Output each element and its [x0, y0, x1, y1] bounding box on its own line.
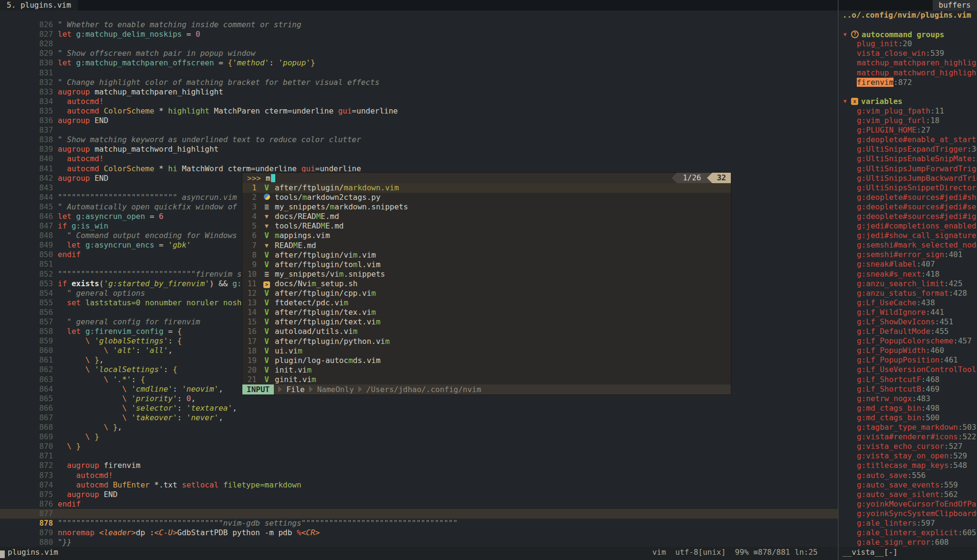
tag-item[interactable]: g:UltiSnipsJumpBackwardTrigg — [839, 174, 977, 183]
tag-item[interactable]: g:netrw_nogx:483 — [839, 394, 977, 404]
tag-item[interactable]: g:deoplete#enable_at_startup — [839, 135, 977, 145]
fuzzy-result-item[interactable]: 18 V ui.vim — [242, 346, 731, 356]
fuzzy-result-item[interactable]: 21 V ginit.vim — [242, 375, 731, 384]
tag-item[interactable]: g:anzu_status_format:428 — [839, 289, 977, 298]
editor-line[interactable]: 832" Change highlight color of matching … — [0, 68, 838, 78]
tag-item[interactable]: g:PLUGIN_HOME:27 — [839, 125, 977, 135]
tag-item[interactable]: g:auto_save:556 — [839, 471, 977, 480]
tag-item[interactable]: matchup_matchword_highlight: — [839, 68, 977, 78]
fuzzy-result-item[interactable]: 15 V after/ftplugin/text.vim — [242, 317, 731, 327]
tag-item[interactable]: g:md_ctags_bin:500 — [839, 413, 977, 423]
editor-line[interactable]: 826" Whether to enable matching inside c… — [0, 10, 838, 20]
tag-item[interactable]: matchup_matchparen_highlight — [839, 58, 977, 68]
tab-buffers[interactable]: buffers — [933, 0, 977, 10]
fuzzy-result-item[interactable]: 6 V mappings.vim — [242, 231, 731, 240]
editor-line[interactable]: 841 autocmd ColorScheme * hi MatchWord c… — [0, 154, 838, 164]
fuzzy-result-item[interactable]: 16 V autoload/utils.vim — [242, 327, 731, 336]
editor-line[interactable]: 878""""""""""""""""""""""""""""""""""""n… — [0, 509, 838, 519]
tag-item[interactable]: g:Lf_WildIgnore:441 — [839, 308, 977, 317]
tag-line-number: :461 — [939, 355, 958, 364]
tag-item[interactable]: g:UltiSnipsJumpForwardTrigge — [839, 164, 977, 174]
tag-item[interactable]: g:Lf_PopupColorscheme:457 — [839, 336, 977, 346]
tag-item[interactable]: g:Lf_ShowDevIcons:451 — [839, 317, 977, 327]
editor-line[interactable]: 871 — [0, 442, 838, 451]
fuzzy-prompt-row[interactable]: >>> m 1/26 32 — [242, 173, 731, 183]
fuzzy-result-item[interactable]: 17 V after/ftplugin/python.vim — [242, 337, 731, 346]
tag-item[interactable]: g:Lf_ShortcutF:468 — [839, 375, 977, 384]
tag-item[interactable]: g:yoinkSyncSystemClipboardOn — [839, 509, 977, 519]
editor-line[interactable]: 835 autocmd ColorScheme * highlight Matc… — [0, 97, 838, 106]
fuzzy-result-item[interactable]: 2 tools/markdown2ctags.py — [242, 193, 731, 202]
search-input[interactable]: m — [266, 174, 270, 183]
tag-item[interactable]: g:semshi#mark_selected_nodes — [839, 240, 977, 250]
fuzzy-result-item[interactable]: 8 V after/ftplugin/vim.vim — [242, 250, 731, 260]
fuzzy-result-item[interactable]: 11 > docs/Nvim_setup.sh — [242, 279, 731, 289]
editor-line[interactable]: 881"} — [0, 538, 838, 547]
tag-item[interactable]: g:Lf_PopupPosition:461 — [839, 355, 977, 365]
tag-item[interactable]: g:vista#renderer#icons:522 — [839, 432, 977, 442]
tag-item[interactable]: plug_init:20 — [839, 39, 977, 49]
tag-item[interactable]: g:vim_plug_furl:18 — [839, 116, 977, 125]
fuzzy-result-item[interactable]: 10 ≡ my_snippets/vim.snippets — [242, 270, 731, 279]
tag-item[interactable]: g:auto_save_events:559 — [839, 480, 977, 490]
tag-item[interactable]: g:ale_linters:597 — [839, 519, 977, 528]
fuzzy-result-item[interactable]: 14 V after/ftplugin/tex.vim — [242, 308, 731, 317]
code-text: endif — [58, 499, 81, 508]
editor-line[interactable]: 874 autocmd BufEnter *.txt setlocal file… — [0, 471, 838, 480]
tag-item[interactable]: g:Lf_UseCache:438 — [839, 298, 977, 308]
tag-item[interactable]: g:UltiSnipsEnableSnipMate:36 — [839, 154, 977, 164]
editor-line[interactable]: 872 augroup firenvim — [0, 451, 838, 461]
fuzzy-result-item[interactable]: 13 V ftdetect/pdc.vim — [242, 298, 731, 308]
tag-item[interactable]: g:vim_plug_fpath:11 — [839, 106, 977, 116]
fuzzy-result-item[interactable]: 3 ≡ my_snippets/markdown.snippets — [242, 202, 731, 212]
tag-item[interactable]: g:titlecase_map_keys:548 — [839, 461, 977, 470]
tag-item[interactable]: g:semshi#error_sign:401 — [839, 250, 977, 259]
tag-item[interactable]: g:deoplete#sources#jedi#serv — [839, 202, 977, 212]
editor-line[interactable]: 869 \ } — [0, 423, 838, 432]
editor-line[interactable]: 837 — [0, 116, 838, 125]
tag-item[interactable]: g:anzu_search_limit:425 — [839, 279, 977, 289]
fuzzy-result-item[interactable]: 9 V after/ftplugin/toml.vim — [242, 260, 731, 270]
tag-item[interactable]: firenvim:872 — [839, 78, 977, 87]
tag-item[interactable]: g:ale_linters_explicit:605 — [839, 528, 977, 538]
tag-item[interactable]: g:sneak#label:407 — [839, 259, 977, 269]
tag-item[interactable]: g:ale_sign_error:608 — [839, 538, 977, 547]
section-variables[interactable]: ▼ x variables — [839, 97, 977, 106]
tab-plugins-vim[interactable]: 5. plugins.vim — [0, 0, 78, 10]
fuzzy-result-item[interactable]: 4 ▼ docs/README.md — [242, 212, 731, 221]
tag-item[interactable]: g:vista_echo_cursor:527 — [839, 442, 977, 451]
editor-line[interactable]: 829" Show offscreen match pair in popup … — [0, 39, 838, 49]
section-autocommand-groups[interactable]: ▼ ? autocommand groups — [839, 30, 977, 39]
tag-item[interactable]: vista_close_win:539 — [839, 49, 977, 58]
tag-item[interactable]: g:jedi#completions_enabled:3 — [839, 221, 977, 231]
tag-item[interactable]: g:vista_stay_on_open:529 — [839, 451, 977, 461]
tag-item[interactable]: g:auto_save_silent:562 — [839, 490, 977, 499]
editor-line[interactable]: 838" Show matching keyword as underlined… — [0, 125, 838, 135]
tag-item[interactable]: g:Lf_UseVersionControlTool:4 — [839, 365, 977, 374]
tag-item[interactable]: g:UltiSnipsSnippetDirectorie — [839, 183, 977, 193]
editor-line[interactable]: 876endif — [0, 490, 838, 499]
tag-item[interactable]: g:deoplete#sources#jedi#show — [839, 193, 977, 202]
tag-item[interactable]: g:md_ctags_bin:498 — [839, 404, 977, 413]
tag-item[interactable]: g:tagbar_type_markdown:503 — [839, 423, 977, 432]
tag-name: g:vista#renderer#icons — [857, 432, 958, 441]
line-number: 844 — [37, 193, 53, 202]
fuzzy-result-item[interactable]: 20 V init.vim — [242, 365, 731, 375]
tag-item[interactable]: g:yoinkMoveCursorToEndOfPast — [839, 499, 977, 509]
fuzzy-result-item[interactable]: 19 V plugin/log-autocmds.vim — [242, 356, 731, 365]
fuzzy-result-item[interactable]: 1 V after/ftplugin/markdown.vim — [242, 183, 731, 193]
tag-item[interactable]: g:Lf_PopupWidth:460 — [839, 346, 977, 355]
editor-line[interactable]: 877 — [0, 499, 838, 509]
tag-item[interactable]: g:sneak#s_next:418 — [839, 270, 977, 279]
filetype-icon: V — [262, 231, 271, 240]
tag-item[interactable]: g:deoplete#sources#jedi#igno — [839, 212, 977, 221]
tag-item[interactable]: g:Lf_ShortcutB:469 — [839, 384, 977, 394]
fuzzy-result-item[interactable]: 12 V after/ftplugin/cpp.vim — [242, 289, 731, 298]
tag-item[interactable]: g:Lf_DefaultMode:455 — [839, 327, 977, 336]
tag-item[interactable]: g:jedi#show_call_signatures: — [839, 231, 977, 240]
window-separator[interactable] — [838, 0, 839, 560]
fuzzy-result-item[interactable]: 5 ▼ tools/README.md — [242, 221, 731, 231]
tag-item[interactable]: g:UltiSnipsExpandTrigger:364 — [839, 145, 977, 154]
editor-line[interactable]: 870 \ } — [0, 432, 838, 442]
fuzzy-result-item[interactable]: 7 ▼ README.md — [242, 241, 731, 250]
